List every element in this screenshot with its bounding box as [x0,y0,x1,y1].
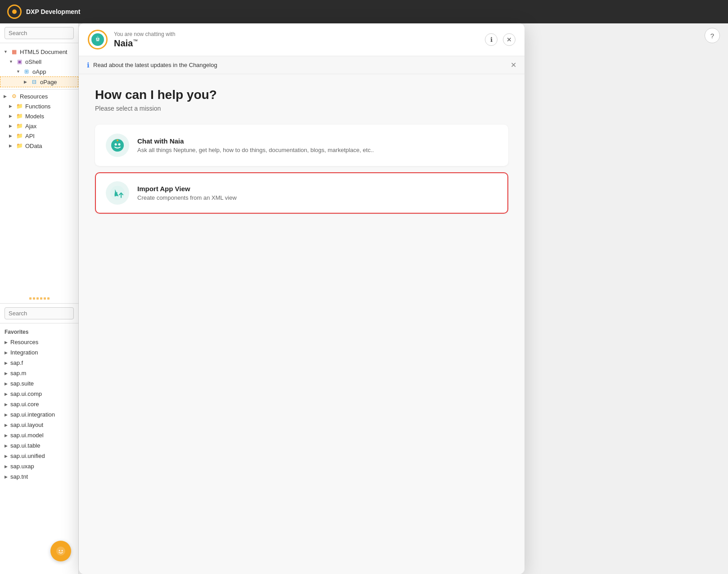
fav-arrow-sap-suite: ▶ [5,381,8,386]
svg-point-6 [117,139,118,141]
chat-header-text: You are now chatting with Naia™ [114,31,479,49]
tree-item-oshell[interactable]: ▼ ▣ oShell [0,57,78,67]
chat-header-subtitle: You are now chatting with [114,31,479,37]
chat-greeting: How can I help you? [95,88,508,102]
fav-arrow-sap-tnt: ▶ [5,475,8,479]
fav-item-sap-suite[interactable]: ▶ sap.suite [0,378,78,389]
arrow-models: ▶ [9,114,14,118]
tree-label-functions: Functions [25,103,50,110]
brand-logo [7,4,22,19]
icon-models: 📁 [16,112,23,120]
chat-close-button[interactable]: ✕ [503,33,515,46]
changelog-link[interactable]: Read about the latest updates in the Cha… [93,62,217,68]
icon-opage: ⊟ [31,78,38,85]
arrow-html5: ▼ [4,49,8,54]
tree-item-oapp[interactable]: ▼ ⊞ oApp [0,67,78,76]
tree-item-odata[interactable]: ▶ 📁 OData [0,141,78,151]
tree-label-opage: oPage [40,79,57,85]
mission-desc-chat-naia: Ask all things Neptune, get help, how to… [137,147,374,153]
chat-header-actions: ℹ ✕ [485,33,515,46]
tree-label-oapp: oApp [32,68,46,75]
arrow-ajax: ▶ [9,124,14,128]
tree-item-html5[interactable]: ▼ ▦ HTML5 Document [0,47,78,57]
divider-1 [0,89,78,90]
naia-avatar [88,30,108,49]
changelog-close-button[interactable]: ✕ [511,61,516,69]
sidebar-search-1 [0,23,78,43]
fav-item-integration[interactable]: ▶ Integration [0,347,78,358]
mission-desc-import-app-view: Create components from an XML view [137,194,237,201]
fav-arrow-sap-ui-comp: ▶ [5,392,8,396]
arrow-opage: ▶ [24,80,28,84]
chat-info-button[interactable]: ℹ [485,33,497,46]
tree-item-api[interactable]: ▶ 📁 API [0,131,78,141]
fav-item-sap-ui-unified[interactable]: ▶ sap.ui.unified [0,451,78,461]
fav-item-resources[interactable]: ▶ Resources [0,337,78,347]
fav-item-sap-tnt[interactable]: ▶ sap.tnt [0,471,78,482]
tree-label-html5: HTML5 Document [20,49,67,55]
fav-arrow-sap-m: ▶ [5,371,8,376]
arrow-oapp: ▼ [16,69,21,74]
icon-functions: 📁 [16,103,23,110]
fav-label-sap-ui-unified: sap.ui.unified [10,453,45,459]
mission-title-chat-naia: Chat with Naia [137,137,374,145]
tree-item-resources[interactable]: ▶ ⚙ Resources [0,91,78,101]
fav-arrow-resources: ▶ [5,340,8,345]
brand-title: DXP Development [26,8,80,15]
chat-mission-prompt: Please select a mission [95,105,508,112]
dot-2 [33,297,35,300]
fav-item-sap-ui-table[interactable]: ▶ sap.ui.table [0,440,78,451]
svg-point-7 [110,186,125,200]
brand-logo-inner [12,9,17,14]
fav-item-sap-ui-comp[interactable]: ▶ sap.ui.comp [0,389,78,399]
naia-float-button[interactable] [50,541,71,561]
fav-arrow-sap-ui-model: ▶ [5,433,8,438]
dot-6 [47,297,50,300]
fav-arrow-sap-ui-unified: ▶ [5,454,8,458]
fav-label-sap-ui-table: sap.ui.table [10,442,41,449]
tree-label-models: Models [25,113,44,120]
tree-item-opage[interactable]: ▶ ⊟ oPage [0,76,78,87]
import-app-view-icon [109,185,126,201]
sidebar-dots [0,294,78,303]
fav-item-sap-m[interactable]: ▶ sap.m [0,368,78,378]
fav-item-sap-uxap[interactable]: ▶ sap.uxap [0,461,78,471]
svg-point-5 [118,144,121,146]
fav-label-sap-ui-model: sap.ui.model [10,432,44,439]
mission-icon-chat-naia [106,134,129,157]
fav-item-sap-ui-core[interactable]: ▶ sap.ui.core [0,399,78,409]
fav-item-sap-f[interactable]: ▶ sap.f [0,358,78,368]
naia-float-icon [55,546,66,556]
search-input-1[interactable] [5,27,74,39]
tree-label-odata: OData [25,143,42,149]
fav-arrow-sap-uxap: ▶ [5,464,8,469]
naia-chat-icon [110,138,125,152]
fav-arrow-integration: ▶ [5,350,8,355]
dot-3 [36,297,39,300]
fav-item-sap-ui-model[interactable]: ▶ sap.ui.model [0,430,78,440]
tree-item-ajax[interactable]: ▶ 📁 Ajax [0,121,78,131]
fav-label-sap-f: sap.f [10,359,23,366]
fav-item-sap-ui-integration[interactable]: ▶ sap.ui.integration [0,409,78,420]
mission-text-import-app-view: Import App View Create components from a… [137,185,237,201]
fav-label-sap-ui-comp: sap.ui.comp [10,390,42,397]
fav-arrow-sap-ui-core: ▶ [5,402,8,407]
tree-item-functions[interactable]: ▶ 📁 Functions [0,101,78,111]
fav-item-sap-ui-layout[interactable]: ▶ sap.ui.layout [0,420,78,430]
fav-arrow-sap-f: ▶ [5,361,8,365]
sidebar-tree: ▼ ▦ HTML5 Document ▼ ▣ oShell ▼ ⊞ oApp ▶… [0,43,78,294]
help-button[interactable]: ? [705,28,720,43]
naia-avatar-inner [91,33,104,46]
top-bar: DXP Development [0,0,728,23]
arrow-functions: ▶ [9,104,14,108]
changelog-banner: ℹ Read about the latest updates in the C… [79,56,525,74]
chat-overlay: You are now chatting with Naia™ ℹ ✕ ℹ Re… [79,23,525,574]
fav-label-sap-suite: sap.suite [10,380,34,387]
tree-item-models[interactable]: ▶ 📁 Models [0,111,78,121]
dot-4 [40,297,42,300]
mission-card-import-app-view[interactable]: Import App View Create components from a… [95,172,508,214]
fav-label-integration: Integration [10,349,38,356]
mission-card-chat-naia[interactable]: Chat with Naia Ask all things Neptune, g… [95,125,508,166]
icon-oshell: ▣ [16,58,23,65]
search-input-2[interactable] [5,307,74,319]
